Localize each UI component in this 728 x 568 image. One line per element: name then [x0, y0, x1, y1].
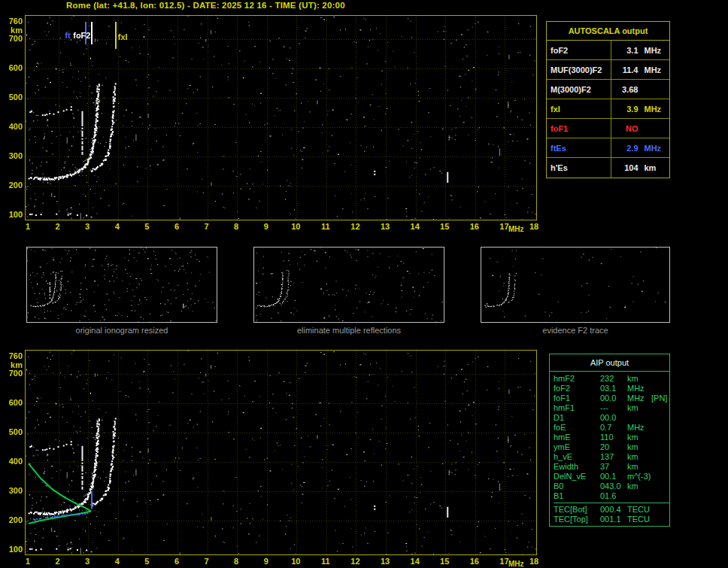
aip-val: 000.4 — [600, 505, 627, 515]
aip-val: 232 — [600, 374, 627, 384]
aip-row-DelN_vE: DelN_vE00.1m^(-3) — [554, 472, 669, 481]
aip-unit — [627, 491, 651, 501]
aip-unit: km — [627, 403, 651, 413]
aip-name: ymE — [554, 442, 600, 452]
y-tick-label: 600 — [5, 398, 23, 407]
x-tick-label: 8 — [227, 557, 245, 566]
aip-unit: MHz — [627, 384, 651, 393]
autoscala-table-title: AUTOSCALA output — [547, 22, 669, 41]
aip-extra — [651, 374, 669, 384]
aip-row-h_vE: h_vE137km — [554, 452, 669, 462]
top-ionogram-canvas — [25, 15, 537, 220]
x-tick-label: 13 — [376, 222, 394, 231]
aip-row-TEC[Bot]: TEC[Bot]000.4TECU — [554, 505, 669, 515]
aip-name: h_vE — [554, 452, 600, 462]
aip-extra — [651, 472, 669, 481]
autoscala-table-rows: foF23.1MHzMUF(3000)F211.4MHzM(3000)F23.6… — [547, 41, 669, 178]
x-tick-label: 3 — [78, 557, 96, 566]
autoscala-row-6: h'Es104km — [547, 158, 669, 178]
aip-table-rows: hmF2232kmfoF203.1MHzfoF100.0MHz[PN]hmF1-… — [550, 372, 669, 526]
y-tick-label: 400 — [5, 457, 23, 466]
y-tick-label: 700 — [5, 34, 23, 43]
x-tick-label: 16 — [466, 222, 484, 231]
aip-row-TEC[Top]: TEC[Top]001.1TECU — [554, 515, 669, 524]
y-tick-label: 760 — [5, 17, 23, 26]
aip-extra — [651, 515, 669, 524]
aip-name: B1 — [554, 491, 600, 501]
aip-row-hmF1: hmF1---km — [554, 403, 669, 413]
x-tick-label: 4 — [108, 222, 126, 231]
param-label: MUF(3000)F2 — [547, 60, 611, 79]
x-tick-label: 14 — [406, 557, 424, 566]
aip-extra — [651, 384, 669, 393]
aip-unit: km — [627, 433, 651, 442]
autoscala-row-4: foF1NO — [547, 119, 669, 138]
x-tick-label: 3 — [78, 222, 96, 231]
aip-name: hmE — [554, 433, 600, 442]
x-tick-label: 1 — [19, 557, 37, 566]
aip-name: Ewidth — [554, 462, 600, 472]
x-tick-label: 10 — [287, 557, 305, 566]
aip-row-B1: B101.6 — [554, 491, 669, 501]
aip-extra — [651, 433, 669, 442]
autoscala-screen: Rome (lat: +41.8, lon: 012.5) - DATE: 20… — [0, 0, 728, 568]
aip-unit: MHz — [627, 423, 651, 433]
aip-val: 043.0 — [600, 481, 627, 491]
param-label: M(3000)F2 — [547, 80, 611, 99]
thumbnail-original-ionogram — [26, 247, 217, 323]
autoscala-row-2: M(3000)F23.68 — [547, 80, 669, 99]
aip-output-table: AIP output hmF2232kmfoF203.1MHzfoF100.0M… — [549, 354, 670, 527]
aip-name: foF2 — [554, 384, 600, 393]
x-tick-label: 6 — [168, 557, 186, 566]
y-axis-unit-label: km — [5, 26, 23, 35]
y-tick-label: 100 — [5, 545, 23, 554]
aip-val: 001.1 — [600, 515, 627, 524]
aip-row-hmE: hmE110km — [554, 433, 669, 442]
aip-val: 110 — [600, 433, 627, 442]
aip-extra — [651, 491, 669, 501]
x-axis-unit-label: MHz — [503, 225, 529, 233]
x-tick-label: 11 — [317, 557, 335, 566]
x-tick-label: 12 — [346, 222, 364, 231]
x-tick-label: 14 — [406, 222, 424, 231]
aip-extra — [651, 423, 669, 433]
x-tick-label: 9 — [257, 222, 275, 231]
param-value: 104km — [611, 158, 669, 178]
x-tick-label: 15 — [435, 557, 453, 566]
aip-extra — [651, 481, 669, 491]
aip-unit: TECU — [627, 505, 651, 515]
y-tick-label: 400 — [5, 122, 23, 131]
aip-val: 03.1 — [600, 384, 627, 393]
aip-unit — [627, 413, 651, 423]
bottom-ionogram-canvas — [25, 350, 537, 555]
aip-val: 0.7 — [600, 423, 627, 433]
aip-name: hmF1 — [554, 403, 600, 413]
param-label: fxI — [547, 99, 611, 118]
aip-row-D1: D100.0 — [554, 413, 669, 423]
thumbnail-caption-original: original ionogram resized — [26, 326, 217, 335]
param-value: 3.68 — [611, 80, 669, 99]
y-axis-unit-label: km — [5, 360, 23, 369]
aip-name: B0 — [554, 481, 600, 491]
aip-name: TEC[Bot] — [554, 505, 600, 515]
param-label: h'Es — [547, 158, 611, 178]
aip-table-title: AIP output — [550, 354, 669, 372]
aip-unit: km — [627, 481, 651, 491]
x-tick-label: 6 — [168, 222, 186, 231]
y-tick-label: 760 — [5, 351, 23, 360]
aip-name: DelN_vE — [554, 472, 600, 481]
thumbnail-f2-trace-evidence — [481, 247, 670, 323]
x-tick-label: 16 — [466, 557, 484, 566]
aip-tec-section: TEC[Bot]000.4TECUTEC[Top]001.1TECU — [554, 503, 669, 524]
x-tick-label: 4 — [108, 557, 126, 566]
aip-unit: MHz — [627, 393, 651, 403]
aip-val: 00.0 — [600, 413, 627, 423]
x-tick-label: 8 — [227, 222, 245, 231]
x-tick-label: 1 — [19, 222, 37, 231]
aip-extra: [PN] — [651, 393, 669, 403]
y-tick-label: 600 — [5, 63, 23, 72]
x-tick-label: 11 — [317, 222, 335, 231]
x-tick-label: 5 — [138, 557, 156, 566]
x-tick-label: 9 — [257, 557, 275, 566]
aip-name: TEC[Top] — [554, 515, 600, 524]
